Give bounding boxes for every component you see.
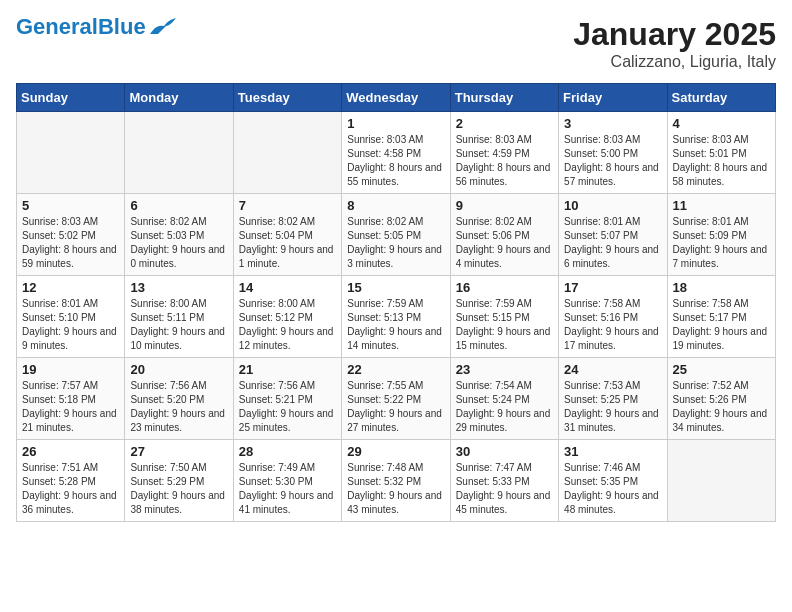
calendar-cell: 18Sunrise: 7:58 AM Sunset: 5:17 PM Dayli… xyxy=(667,276,775,358)
day-number: 10 xyxy=(564,198,661,213)
day-number: 6 xyxy=(130,198,227,213)
calendar-cell: 8Sunrise: 8:02 AM Sunset: 5:05 PM Daylig… xyxy=(342,194,450,276)
day-info: Sunrise: 7:57 AM Sunset: 5:18 PM Dayligh… xyxy=(22,379,119,435)
day-info: Sunrise: 7:48 AM Sunset: 5:32 PM Dayligh… xyxy=(347,461,444,517)
day-of-week-header: Friday xyxy=(559,84,667,112)
calendar-cell: 3Sunrise: 8:03 AM Sunset: 5:00 PM Daylig… xyxy=(559,112,667,194)
day-info: Sunrise: 8:03 AM Sunset: 4:59 PM Dayligh… xyxy=(456,133,553,189)
day-number: 27 xyxy=(130,444,227,459)
title-block: January 2025 Calizzano, Liguria, Italy xyxy=(573,16,776,71)
calendar-cell: 12Sunrise: 8:01 AM Sunset: 5:10 PM Dayli… xyxy=(17,276,125,358)
day-number: 18 xyxy=(673,280,770,295)
day-number: 4 xyxy=(673,116,770,131)
calendar-cell: 17Sunrise: 7:58 AM Sunset: 5:16 PM Dayli… xyxy=(559,276,667,358)
day-of-week-header: Tuesday xyxy=(233,84,341,112)
day-number: 28 xyxy=(239,444,336,459)
day-number: 15 xyxy=(347,280,444,295)
day-info: Sunrise: 7:49 AM Sunset: 5:30 PM Dayligh… xyxy=(239,461,336,517)
calendar-cell: 4Sunrise: 8:03 AM Sunset: 5:01 PM Daylig… xyxy=(667,112,775,194)
day-of-week-header: Thursday xyxy=(450,84,558,112)
calendar-cell: 21Sunrise: 7:56 AM Sunset: 5:21 PM Dayli… xyxy=(233,358,341,440)
day-info: Sunrise: 7:52 AM Sunset: 5:26 PM Dayligh… xyxy=(673,379,770,435)
day-number: 1 xyxy=(347,116,444,131)
day-number: 13 xyxy=(130,280,227,295)
calendar-cell: 13Sunrise: 8:00 AM Sunset: 5:11 PM Dayli… xyxy=(125,276,233,358)
calendar-cell xyxy=(233,112,341,194)
day-number: 29 xyxy=(347,444,444,459)
calendar-cell: 6Sunrise: 8:02 AM Sunset: 5:03 PM Daylig… xyxy=(125,194,233,276)
logo-text: GeneralBlue xyxy=(16,16,146,38)
day-info: Sunrise: 8:02 AM Sunset: 5:04 PM Dayligh… xyxy=(239,215,336,271)
day-info: Sunrise: 8:03 AM Sunset: 5:01 PM Dayligh… xyxy=(673,133,770,189)
calendar-cell: 26Sunrise: 7:51 AM Sunset: 5:28 PM Dayli… xyxy=(17,440,125,522)
calendar-cell: 28Sunrise: 7:49 AM Sunset: 5:30 PM Dayli… xyxy=(233,440,341,522)
day-info: Sunrise: 8:03 AM Sunset: 4:58 PM Dayligh… xyxy=(347,133,444,189)
day-info: Sunrise: 7:58 AM Sunset: 5:17 PM Dayligh… xyxy=(673,297,770,353)
calendar-week-row: 26Sunrise: 7:51 AM Sunset: 5:28 PM Dayli… xyxy=(17,440,776,522)
calendar-cell: 7Sunrise: 8:02 AM Sunset: 5:04 PM Daylig… xyxy=(233,194,341,276)
month-title: January 2025 xyxy=(573,16,776,53)
day-number: 12 xyxy=(22,280,119,295)
calendar-cell: 9Sunrise: 8:02 AM Sunset: 5:06 PM Daylig… xyxy=(450,194,558,276)
day-of-week-header: Monday xyxy=(125,84,233,112)
calendar-cell: 16Sunrise: 7:59 AM Sunset: 5:15 PM Dayli… xyxy=(450,276,558,358)
day-number: 7 xyxy=(239,198,336,213)
day-number: 9 xyxy=(456,198,553,213)
day-info: Sunrise: 8:02 AM Sunset: 5:05 PM Dayligh… xyxy=(347,215,444,271)
day-info: Sunrise: 7:59 AM Sunset: 5:13 PM Dayligh… xyxy=(347,297,444,353)
day-info: Sunrise: 8:02 AM Sunset: 5:06 PM Dayligh… xyxy=(456,215,553,271)
calendar-cell: 20Sunrise: 7:56 AM Sunset: 5:20 PM Dayli… xyxy=(125,358,233,440)
day-number: 5 xyxy=(22,198,119,213)
day-info: Sunrise: 7:46 AM Sunset: 5:35 PM Dayligh… xyxy=(564,461,661,517)
calendar-cell: 29Sunrise: 7:48 AM Sunset: 5:32 PM Dayli… xyxy=(342,440,450,522)
calendar-cell: 19Sunrise: 7:57 AM Sunset: 5:18 PM Dayli… xyxy=(17,358,125,440)
calendar-cell: 10Sunrise: 8:01 AM Sunset: 5:07 PM Dayli… xyxy=(559,194,667,276)
day-number: 17 xyxy=(564,280,661,295)
calendar-week-row: 5Sunrise: 8:03 AM Sunset: 5:02 PM Daylig… xyxy=(17,194,776,276)
day-info: Sunrise: 8:01 AM Sunset: 5:09 PM Dayligh… xyxy=(673,215,770,271)
calendar-cell: 23Sunrise: 7:54 AM Sunset: 5:24 PM Dayli… xyxy=(450,358,558,440)
day-info: Sunrise: 8:02 AM Sunset: 5:03 PM Dayligh… xyxy=(130,215,227,271)
day-info: Sunrise: 7:51 AM Sunset: 5:28 PM Dayligh… xyxy=(22,461,119,517)
calendar-cell: 22Sunrise: 7:55 AM Sunset: 5:22 PM Dayli… xyxy=(342,358,450,440)
day-info: Sunrise: 8:00 AM Sunset: 5:11 PM Dayligh… xyxy=(130,297,227,353)
location-title: Calizzano, Liguria, Italy xyxy=(573,53,776,71)
calendar-week-row: 1Sunrise: 8:03 AM Sunset: 4:58 PM Daylig… xyxy=(17,112,776,194)
calendar-cell xyxy=(667,440,775,522)
day-info: Sunrise: 7:58 AM Sunset: 5:16 PM Dayligh… xyxy=(564,297,661,353)
day-number: 22 xyxy=(347,362,444,377)
day-info: Sunrise: 8:01 AM Sunset: 5:10 PM Dayligh… xyxy=(22,297,119,353)
page-header: GeneralBlue January 2025 Calizzano, Ligu… xyxy=(16,16,776,71)
calendar-cell: 25Sunrise: 7:52 AM Sunset: 5:26 PM Dayli… xyxy=(667,358,775,440)
day-info: Sunrise: 7:56 AM Sunset: 5:21 PM Dayligh… xyxy=(239,379,336,435)
calendar-cell xyxy=(17,112,125,194)
day-of-week-header: Sunday xyxy=(17,84,125,112)
calendar-header-row: SundayMondayTuesdayWednesdayThursdayFrid… xyxy=(17,84,776,112)
day-info: Sunrise: 7:54 AM Sunset: 5:24 PM Dayligh… xyxy=(456,379,553,435)
day-number: 20 xyxy=(130,362,227,377)
logo: GeneralBlue xyxy=(16,16,178,38)
day-number: 26 xyxy=(22,444,119,459)
calendar-cell: 31Sunrise: 7:46 AM Sunset: 5:35 PM Dayli… xyxy=(559,440,667,522)
day-info: Sunrise: 7:56 AM Sunset: 5:20 PM Dayligh… xyxy=(130,379,227,435)
calendar-cell xyxy=(125,112,233,194)
day-info: Sunrise: 7:47 AM Sunset: 5:33 PM Dayligh… xyxy=(456,461,553,517)
day-number: 25 xyxy=(673,362,770,377)
day-info: Sunrise: 8:03 AM Sunset: 5:02 PM Dayligh… xyxy=(22,215,119,271)
day-info: Sunrise: 7:55 AM Sunset: 5:22 PM Dayligh… xyxy=(347,379,444,435)
day-number: 30 xyxy=(456,444,553,459)
day-info: Sunrise: 8:03 AM Sunset: 5:00 PM Dayligh… xyxy=(564,133,661,189)
logo-bird-icon xyxy=(148,16,178,38)
day-number: 24 xyxy=(564,362,661,377)
day-number: 19 xyxy=(22,362,119,377)
calendar-week-row: 12Sunrise: 8:01 AM Sunset: 5:10 PM Dayli… xyxy=(17,276,776,358)
calendar-week-row: 19Sunrise: 7:57 AM Sunset: 5:18 PM Dayli… xyxy=(17,358,776,440)
calendar-cell: 2Sunrise: 8:03 AM Sunset: 4:59 PM Daylig… xyxy=(450,112,558,194)
calendar-cell: 11Sunrise: 8:01 AM Sunset: 5:09 PM Dayli… xyxy=(667,194,775,276)
day-number: 11 xyxy=(673,198,770,213)
calendar-cell: 5Sunrise: 8:03 AM Sunset: 5:02 PM Daylig… xyxy=(17,194,125,276)
day-number: 31 xyxy=(564,444,661,459)
calendar-table: SundayMondayTuesdayWednesdayThursdayFrid… xyxy=(16,83,776,522)
calendar-cell: 1Sunrise: 8:03 AM Sunset: 4:58 PM Daylig… xyxy=(342,112,450,194)
day-info: Sunrise: 7:50 AM Sunset: 5:29 PM Dayligh… xyxy=(130,461,227,517)
